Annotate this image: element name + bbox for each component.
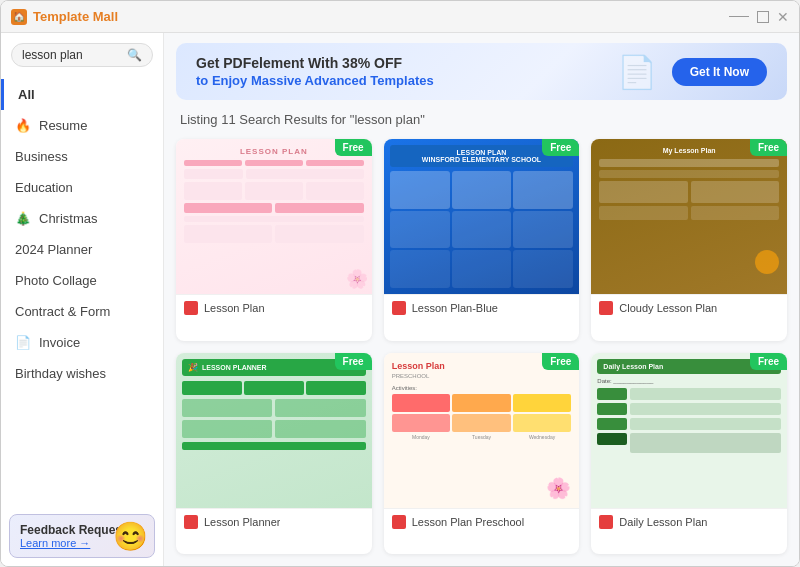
invoice-label: Invoice — [39, 335, 80, 350]
sidebar-item-christmas[interactable]: 🎄 Christmas — [1, 203, 163, 234]
title-bar: 🏠 Template Mall ✕ — [1, 1, 799, 33]
card-footer: Cloudy Lesson Plan — [591, 294, 787, 321]
template-card[interactable]: Free 🎉 LESSON PLANNER — [176, 353, 372, 555]
app-icon: 🏠 — [11, 9, 27, 25]
sidebar-item-birthday[interactable]: Birthday wishes — [1, 358, 163, 389]
results-header: Listing 11 Search Results for "lesson pl… — [164, 108, 799, 135]
results-text: Listing 11 Search Results for "lesson pl… — [180, 112, 425, 127]
template-card[interactable]: Free Daily Lesson Plan Date: ___________… — [591, 353, 787, 555]
sidebar-item-business[interactable]: Business — [1, 141, 163, 172]
minimize-button[interactable] — [729, 16, 749, 17]
feedback-box[interactable]: Feedback Request Learn more → 😊 — [9, 514, 155, 558]
free-badge: Free — [750, 353, 787, 370]
free-badge: Free — [542, 353, 579, 370]
free-badge: Free — [335, 139, 372, 156]
sidebar-item-education[interactable]: Education — [1, 172, 163, 203]
free-badge: Free — [335, 353, 372, 370]
search-input[interactable] — [22, 48, 121, 62]
sidebar-nav: All 🔥 Resume Business Education 🎄 Christ… — [1, 75, 163, 506]
template-name: Lesson Planner — [204, 516, 280, 528]
main-panel: Get PDFelement With 38% OFF to Enjoy Mas… — [164, 33, 799, 566]
contract-label: Contract & Form — [15, 304, 110, 319]
template-name: Daily Lesson Plan — [619, 516, 707, 528]
template-card[interactable]: Free LESSON PLAN 🌸 — [176, 139, 372, 341]
template-card[interactable]: Free My Lesson Plan — [591, 139, 787, 341]
education-label: Education — [15, 180, 73, 195]
app-title: Template Mall — [33, 9, 118, 24]
sidebar-item-invoice[interactable]: 📄 Invoice — [1, 327, 163, 358]
banner-line2: to Enjoy Massive Advanced Templates — [196, 73, 434, 88]
sidebar: 🔍 All 🔥 Resume Business Education — [1, 33, 164, 566]
card-thumbnail: Free LESSON PLAN 🌸 — [176, 139, 372, 294]
all-label: All — [18, 87, 35, 102]
free-badge: Free — [750, 139, 787, 156]
pdf-icon — [184, 301, 198, 315]
card-footer: Lesson Plan Preschool — [384, 508, 580, 535]
card-footer: Lesson Plan — [176, 294, 372, 321]
pdf-icon — [392, 301, 406, 315]
card-footer: Daily Lesson Plan — [591, 508, 787, 535]
title-bar-left: 🏠 Template Mall — [11, 9, 118, 25]
christmas-icon: 🎄 — [15, 211, 31, 226]
card-footer: Lesson Planner — [176, 508, 372, 535]
invoice-icon: 📄 — [15, 335, 31, 350]
card-thumbnail: Free Daily Lesson Plan Date: ___________… — [591, 353, 787, 508]
get-it-now-button[interactable]: Get It Now — [672, 58, 767, 86]
sidebar-item-all[interactable]: All — [1, 79, 163, 110]
banner-decoration: 📄 — [607, 43, 667, 100]
card-footer: Lesson Plan-Blue — [384, 294, 580, 321]
app-window: 🏠 Template Mall ✕ 🔍 All � — [0, 0, 800, 567]
photo-collage-label: Photo Collage — [15, 273, 97, 288]
template-name: Cloudy Lesson Plan — [619, 302, 717, 314]
search-bar: 🔍 — [1, 33, 163, 75]
card-thumbnail: Free My Lesson Plan — [591, 139, 787, 294]
banner-prefix: to Enjoy Massive — [196, 73, 305, 88]
card-thumbnail: Free 🎉 LESSON PLANNER — [176, 353, 372, 508]
pdf-icon — [599, 515, 613, 529]
card-thumbnail: Free Lesson Plan PRESCHOOL Activities: — [384, 353, 580, 508]
resume-label: Resume — [39, 118, 87, 133]
maximize-button[interactable] — [757, 11, 769, 23]
search-input-wrap[interactable]: 🔍 — [11, 43, 153, 67]
template-card[interactable]: Free LESSON PLANWINSFORD ELEMENTARY SCHO… — [384, 139, 580, 341]
template-name: Lesson Plan Preschool — [412, 516, 525, 528]
main-content: 🔍 All 🔥 Resume Business Education — [1, 33, 799, 566]
business-label: Business — [15, 149, 68, 164]
resume-icon: 🔥 — [15, 118, 31, 133]
banner-line1: Get PDFelement With 38% OFF — [196, 55, 434, 71]
sidebar-item-resume[interactable]: 🔥 Resume — [1, 110, 163, 141]
pdf-icon — [184, 515, 198, 529]
pdf-icon — [392, 515, 406, 529]
template-card[interactable]: Free Lesson Plan PRESCHOOL Activities: — [384, 353, 580, 555]
feedback-emoji: 😊 — [113, 520, 148, 553]
template-grid: Free LESSON PLAN 🌸 — [164, 135, 799, 566]
birthday-label: Birthday wishes — [15, 366, 106, 381]
sidebar-item-photo-collage[interactable]: Photo Collage — [1, 265, 163, 296]
free-badge: Free — [542, 139, 579, 156]
pdf-icon — [599, 301, 613, 315]
christmas-label: Christmas — [39, 211, 98, 226]
promo-banner: Get PDFelement With 38% OFF to Enjoy Mas… — [176, 43, 787, 100]
close-button[interactable]: ✕ — [777, 10, 789, 24]
card-thumbnail: Free LESSON PLANWINSFORD ELEMENTARY SCHO… — [384, 139, 580, 294]
search-icon: 🔍 — [127, 48, 142, 62]
banner-highlight: Advanced Templates — [305, 73, 434, 88]
planner-label: 2024 Planner — [15, 242, 92, 257]
sidebar-item-planner[interactable]: 2024 Planner — [1, 234, 163, 265]
template-name: Lesson Plan — [204, 302, 265, 314]
window-controls: ✕ — [729, 10, 789, 24]
template-name: Lesson Plan-Blue — [412, 302, 498, 314]
sidebar-item-contract[interactable]: Contract & Form — [1, 296, 163, 327]
banner-text: Get PDFelement With 38% OFF to Enjoy Mas… — [196, 55, 434, 88]
